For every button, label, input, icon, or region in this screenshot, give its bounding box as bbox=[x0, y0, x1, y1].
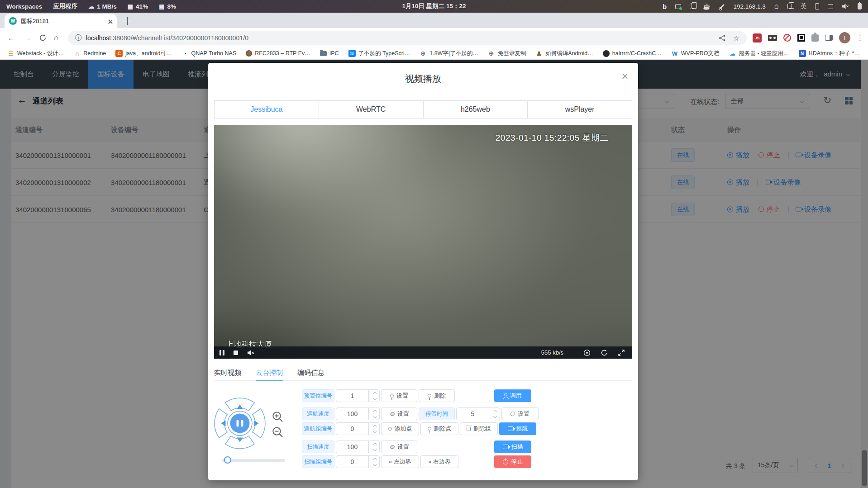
browser-tab[interactable]: W 国标28181 bbox=[5, 14, 117, 28]
scan-speed-set-button[interactable]: ⚙设置 bbox=[381, 441, 417, 453]
bookmark-hdatmos[interactable]: NHDAtmos :: 种子 *… bbox=[799, 50, 860, 57]
extensions-puzzle-icon[interactable] bbox=[811, 34, 819, 42]
dialog-close-icon[interactable] bbox=[621, 73, 628, 80]
home-icon[interactable]: ⌂ bbox=[54, 33, 58, 43]
display-tray-icon[interactable] bbox=[828, 4, 833, 9]
input-method-indicator[interactable]: 英 bbox=[801, 2, 807, 10]
spinner-up[interactable] bbox=[489, 408, 500, 414]
tab-h265web[interactable]: h265web bbox=[424, 101, 528, 118]
coffee-tray-icon[interactable]: ☕ bbox=[703, 3, 710, 10]
scan-speed-input[interactable] bbox=[336, 441, 380, 453]
cruise-button[interactable]: 巡航 bbox=[499, 422, 536, 435]
spinner-down[interactable] bbox=[369, 429, 379, 435]
bookmark-wvp[interactable]: WWVP-PRO文档 bbox=[671, 50, 720, 57]
dark-extension-icon[interactable] bbox=[797, 34, 805, 42]
bookmark-rfc[interactable]: RFC2833 – RTP Ev… bbox=[246, 50, 310, 57]
reload-icon[interactable] bbox=[39, 34, 47, 42]
volume-muted-icon[interactable] bbox=[842, 3, 849, 9]
home-tray-icon[interactable]: ⌂ bbox=[774, 2, 779, 10]
cruise-speed-input[interactable] bbox=[336, 407, 380, 420]
preset-number-input[interactable] bbox=[336, 389, 380, 402]
scan-button[interactable]: 扫描 bbox=[494, 441, 531, 453]
spinner-up[interactable] bbox=[369, 390, 379, 396]
bookmark-java[interactable]: Cjava、android可… bbox=[115, 50, 172, 57]
scan-group-input[interactable] bbox=[336, 455, 380, 468]
bookmark-qnap[interactable]: ◔QNAP Turbo NAS bbox=[181, 50, 236, 57]
bookmark-webstack[interactable]: ☰Webstack - 设计… bbox=[7, 50, 64, 57]
bookmark-android[interactable]: ♟如何编译Android… bbox=[535, 50, 593, 57]
ptz-down-button[interactable] bbox=[225, 436, 254, 449]
ptz-up-button[interactable] bbox=[225, 398, 254, 411]
tab-close-icon[interactable] bbox=[108, 19, 112, 24]
glasses-extension-icon[interactable] bbox=[768, 35, 777, 41]
spinner-up[interactable] bbox=[369, 456, 379, 462]
tab-live-video[interactable]: 实时视频 bbox=[214, 365, 241, 380]
snapshot-icon[interactable] bbox=[583, 349, 591, 356]
profile-avatar[interactable]: I bbox=[839, 32, 850, 43]
ptz-left-button[interactable] bbox=[215, 409, 227, 438]
bing-tray-icon[interactable]: b bbox=[663, 3, 667, 10]
browser-menu-icon[interactable]: ⋮ bbox=[857, 34, 863, 42]
back-icon[interactable]: ← bbox=[7, 33, 16, 43]
refresh-icon[interactable] bbox=[601, 349, 608, 356]
forward-icon[interactable]: → bbox=[23, 33, 32, 43]
slider-handle[interactable] bbox=[224, 456, 231, 464]
ptz-right-button[interactable] bbox=[253, 409, 265, 438]
spinner-down[interactable] bbox=[369, 447, 379, 453]
bookmark-article[interactable]: ⊕1.8W字|了不起的… bbox=[420, 50, 478, 57]
delete-point-button[interactable]: 删除点 bbox=[420, 422, 458, 435]
sidebar-icon[interactable] bbox=[825, 35, 833, 41]
ptz-center-pause-button[interactable] bbox=[230, 414, 250, 433]
fullscreen-icon[interactable] bbox=[618, 349, 625, 356]
tab-jessibuca[interactable]: Jessibuca bbox=[215, 101, 319, 118]
stay-time-input[interactable] bbox=[456, 407, 500, 420]
tab-webrtc[interactable]: WebRTC bbox=[319, 101, 424, 118]
site-info-icon[interactable]: ⓘ bbox=[75, 34, 81, 42]
bookmark-folder-ipc[interactable]: IPC bbox=[320, 50, 339, 57]
cruise-group-input[interactable] bbox=[336, 422, 380, 435]
url-bar[interactable]: ⓘ localhost:38080/#/channelList/34020000… bbox=[68, 31, 747, 45]
volume-muted-icon[interactable] bbox=[247, 350, 254, 356]
bookmark-zhihu[interactable]: 知了不起的 TypeScri… bbox=[348, 50, 410, 57]
tab-wsplayer[interactable]: wsPlayer bbox=[528, 101, 632, 118]
add-point-button[interactable]: 添加点 bbox=[381, 422, 419, 435]
spinner-down[interactable] bbox=[369, 462, 379, 468]
spinner-down[interactable] bbox=[369, 414, 379, 420]
left-boundary-button[interactable]: « 左边界 bbox=[381, 455, 419, 468]
right-boundary-button[interactable]: » 右边界 bbox=[420, 455, 458, 468]
spinner-up[interactable] bbox=[369, 423, 379, 429]
preset-set-button[interactable]: 设置 bbox=[381, 389, 417, 402]
new-tab-button[interactable] bbox=[123, 17, 131, 25]
cruise-speed-set-button[interactable]: ⚙设置 bbox=[381, 407, 417, 420]
zoom-out-button[interactable] bbox=[272, 426, 284, 438]
tool-tray-icon[interactable] bbox=[719, 4, 724, 9]
zoom-in-button[interactable] bbox=[272, 411, 284, 423]
ptz-direction-pad[interactable] bbox=[213, 396, 267, 450]
applications-menu[interactable]: 应用程序 bbox=[53, 2, 77, 10]
tab-ptz-control[interactable]: 云台控制 bbox=[256, 365, 283, 380]
spinner-up[interactable] bbox=[369, 408, 379, 414]
bookmark-copy[interactable]: ⊕免登录复制 bbox=[488, 50, 526, 57]
preset-delete-button[interactable]: 删除 bbox=[419, 389, 455, 402]
video-player[interactable]: 2023-01-10 15:22:05 星期二 上地科技大厦 555 kb/s bbox=[214, 125, 632, 359]
tab-codec-info[interactable]: 编码信息 bbox=[297, 365, 324, 380]
js-extension-icon[interactable]: JS bbox=[753, 33, 762, 43]
windows-tray-icon[interactable] bbox=[787, 4, 792, 9]
stop-icon[interactable] bbox=[234, 351, 238, 355]
spinner-down[interactable] bbox=[489, 414, 500, 420]
bookmark-github[interactable]: hairrrrr/C-CrashC… bbox=[603, 50, 662, 57]
bookmark-tencent-cloud[interactable]: ☁服务器 - 轻量应用… bbox=[729, 50, 789, 57]
stop-button[interactable]: 停止 bbox=[494, 455, 531, 468]
stay-time-set-button[interactable]: 设置 bbox=[501, 407, 539, 420]
ptz-speed-slider[interactable] bbox=[222, 459, 285, 462]
blocker-extension-icon[interactable] bbox=[783, 34, 791, 42]
share-icon[interactable] bbox=[719, 34, 726, 42]
screenshot-tray-icon[interactable] bbox=[675, 4, 681, 9]
bookmark-redmine[interactable]: ∩Redmine bbox=[73, 50, 106, 57]
clipboard-tray-icon[interactable] bbox=[690, 4, 694, 9]
phone-tray-icon[interactable] bbox=[815, 3, 819, 9]
bookmark-star-icon[interactable]: ☆ bbox=[733, 34, 739, 43]
delete-group-button[interactable]: 删除组 bbox=[460, 422, 498, 435]
spinner-down[interactable] bbox=[369, 396, 379, 402]
spinner-up[interactable] bbox=[369, 441, 379, 447]
